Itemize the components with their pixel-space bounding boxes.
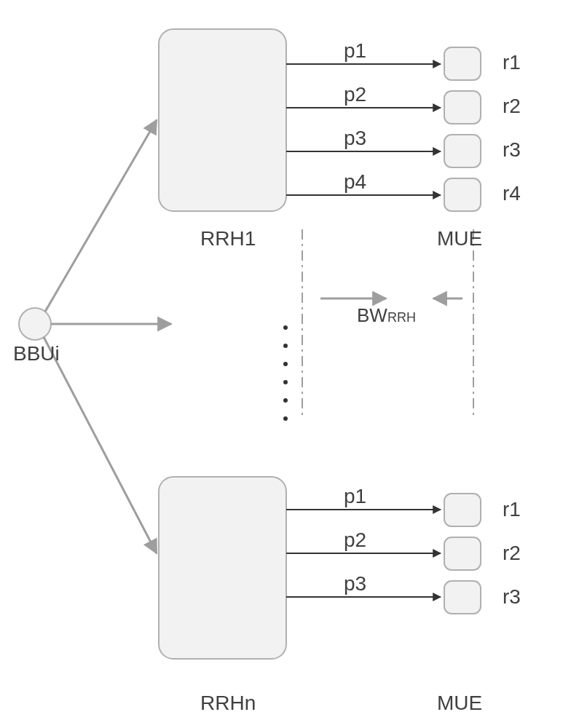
dots-between xyxy=(283,325,288,421)
rrh1-r2-label: r2 xyxy=(503,95,521,118)
rrhn-mue-r1 xyxy=(444,494,481,526)
rrh1-p3-label: p3 xyxy=(344,127,366,150)
rrhn-r1-label: r1 xyxy=(503,498,521,521)
rrhn-p2-label: p2 xyxy=(344,529,366,552)
bw-label: BWRRH xyxy=(357,304,416,327)
svg-point-4 xyxy=(283,398,288,403)
rrh1-p1-label: p1 xyxy=(344,39,366,63)
svg-point-0 xyxy=(283,325,288,330)
bbu-node xyxy=(19,308,51,340)
svg-point-3 xyxy=(283,380,288,384)
mue-bottom-label: MUE xyxy=(437,692,482,715)
rrh1-r1-label: r1 xyxy=(503,51,521,74)
svg-point-5 xyxy=(283,416,288,421)
rrhn-p1-label: p1 xyxy=(344,485,366,508)
rrhn-mue-r3 xyxy=(444,581,481,614)
bbu-label: BBUi xyxy=(13,342,60,365)
rrhn-box xyxy=(159,477,286,659)
rrh1-mue-r3 xyxy=(444,135,481,167)
rrh1-r3-label: r3 xyxy=(503,138,521,162)
rrh1-mue-r2 xyxy=(444,91,481,124)
rrhn-r2-label: r2 xyxy=(503,542,521,565)
rrh1-p2-label: p2 xyxy=(344,83,366,106)
rrh1-box xyxy=(159,29,286,211)
mue-top-label: MUE xyxy=(437,227,482,250)
bw-sub: RRH xyxy=(387,310,416,325)
link-bbu-rrhn xyxy=(44,337,157,553)
rrhn-r3-label: r3 xyxy=(503,585,521,609)
rrh1-label: RRH1 xyxy=(200,227,256,250)
bw-base: BW xyxy=(357,304,387,326)
svg-point-2 xyxy=(283,362,288,366)
rrhn-mue-r2 xyxy=(444,537,481,570)
rrh1-p4-label: p4 xyxy=(344,170,366,194)
rrh1-mue-r4 xyxy=(444,178,481,211)
svg-point-1 xyxy=(283,344,288,348)
link-bbu-rrh1 xyxy=(45,120,157,312)
rrhn-label: RRHn xyxy=(200,692,256,715)
rrhn-p3-label: p3 xyxy=(344,572,366,596)
diagram-canvas xyxy=(0,0,571,728)
rrh1-r4-label: r4 xyxy=(503,182,521,205)
rrh1-mue-r1 xyxy=(444,47,481,80)
